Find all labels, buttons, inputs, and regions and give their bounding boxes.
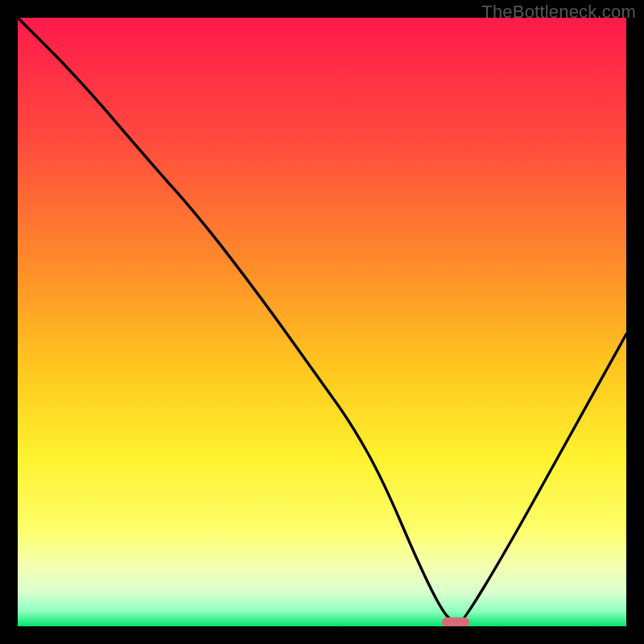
watermark-text: TheBottleneck.com (481, 2, 636, 23)
optimal-marker (442, 617, 469, 626)
plot-area (18, 18, 626, 626)
chart-frame: TheBottleneck.com (0, 0, 644, 644)
bottleneck-curve (18, 18, 626, 626)
